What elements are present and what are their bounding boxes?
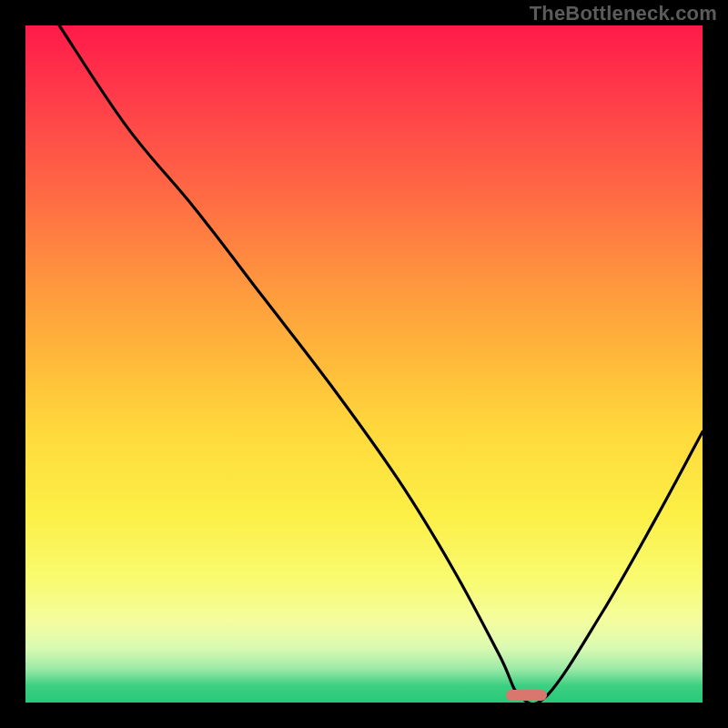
heatmap-plot-area [25,25,703,703]
bottleneck-curve [59,25,703,703]
watermark-text: TheBottleneck.com [530,2,717,25]
bottleneck-curve-svg [25,25,703,703]
optimal-range-marker [506,690,547,701]
chart-container: TheBottleneck.com [0,0,728,728]
